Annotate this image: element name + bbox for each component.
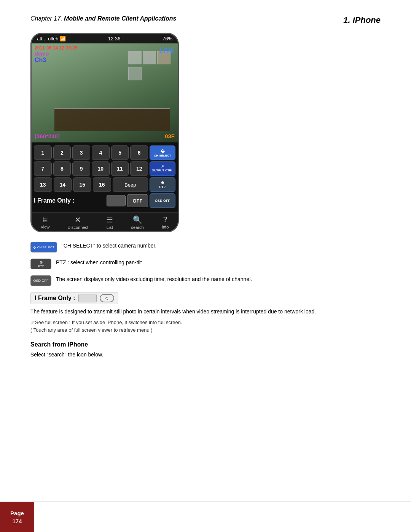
nav-disconnect-label: Disconnect [68, 225, 88, 230]
btn-1[interactable]: 1 [34, 145, 52, 160]
iframe-toggle-display [78, 294, 97, 302]
output-ctrl-icon: ↗ [161, 165, 164, 169]
btn-12[interactable]: 12 [130, 161, 148, 176]
nav-search[interactable]: 🔍 search [131, 215, 144, 230]
resolution-text: [360*240] [35, 133, 60, 139]
btn-9[interactable]: 9 [72, 161, 90, 176]
nav-list-label: List [107, 225, 113, 230]
btn-14[interactable]: 14 [54, 177, 72, 192]
iframe-label: I Frame Only : [34, 197, 105, 204]
status-left: att... olleh 📶 [37, 36, 66, 42]
ptz-description: PTZ : select when controlling pan-tilt [56, 259, 142, 267]
ch-select-btn[interactable]: ⬙ CH SELECT [150, 145, 175, 160]
ch-select-mini-label: CH SELECT [37, 246, 54, 249]
iframe-feature-section: I Frame Only : ○ The feature is designed… [30, 292, 381, 334]
btn-2[interactable]: 2 [53, 145, 71, 160]
search-section-text: Select "search" the icon below. [30, 350, 381, 359]
btn-3[interactable]: 3 [72, 145, 90, 160]
ptz-mini-btn: ⊕ PTZ [30, 259, 51, 269]
grid-row-3: 13 14 15 16 Beep ⊕ PTZ [34, 177, 175, 192]
frame-counter: 03F [165, 133, 175, 139]
output-ctrl-btn[interactable]: ↗ OUTPUT CTRL [150, 161, 175, 176]
shelf-item-4 [128, 67, 142, 80]
ptz-icon: ⊕ [161, 181, 164, 185]
btn-4[interactable]: 4 [92, 145, 110, 160]
ptz-label: PTZ [159, 185, 166, 189]
osd-off-btn[interactable]: OSD OFF [150, 193, 175, 208]
chapter-title-bold: Mobile and Remote Client Applications [64, 15, 176, 22]
desk-area [54, 108, 170, 131]
beep-btn[interactable]: Beep [113, 177, 148, 192]
osd-mini-btn: OSD OFF [30, 275, 51, 286]
nav-disconnect[interactable]: ✕ Disconnect [68, 215, 88, 230]
battery-text: 76% [162, 36, 172, 42]
nav-view[interactable]: 🖥 View [41, 215, 50, 230]
output-ctrl-label: OUTPUT CTRL [152, 169, 173, 173]
status-time: 12:36 [108, 36, 121, 42]
iphone-status-bar: att... olleh 📶 12:36 76% [32, 34, 178, 43]
list-icon: ☰ [106, 215, 113, 224]
ch-select-info-block: ⬙ CH SELECT "CH SELECT" to select camera… [30, 242, 381, 252]
nav-list[interactable]: ☰ List [106, 215, 113, 230]
ch-select-icon: ⬙ [161, 148, 165, 154]
camera-view: 2011-06-14 12:36:25 demo Ch3 LIVE [360*2… [32, 43, 178, 142]
ptz-btn[interactable]: ⊕ PTZ [150, 177, 175, 192]
osd-info-block: OSD OFF The screen displays only video e… [30, 275, 381, 286]
btn-7[interactable]: 7 [34, 161, 52, 176]
ch-select-label: CH SELECT [154, 154, 171, 158]
ptz-info-block: ⊕ PTZ PTZ : select when controlling pan-… [30, 259, 381, 269]
camera-demo: demo [35, 51, 78, 57]
btn-16[interactable]: 16 [93, 177, 111, 192]
btn-11[interactable]: 11 [111, 161, 129, 176]
wifi-icon: 📶 [60, 36, 66, 42]
nav-info[interactable]: ? Info [162, 215, 169, 230]
iphone-mockup: att... olleh 📶 12:36 76% [30, 33, 179, 232]
chapter-title: Chapter 17. Mobile and Remote Client App… [30, 15, 177, 22]
camera-datetime: 2011-06-14 12:36:25 [35, 45, 78, 51]
iframe-note1: ☞See full screen : If you set aside iPho… [30, 319, 381, 326]
shelf-area [128, 51, 174, 81]
ch-select-mini-btn: ⬙ CH SELECT [30, 242, 57, 252]
page-number-box: Page 174 [0, 502, 34, 532]
control-grid: 1 2 3 4 5 6 ⬙ CH SELECT 7 8 9 10 [32, 142, 178, 212]
osd-description: The screen displays only video excluding… [56, 275, 252, 283]
iphone-screen: 2011-06-14 12:36:25 demo Ch3 LIVE [360*2… [32, 43, 178, 231]
iframe-feature-box: I Frame Only : ○ [30, 292, 118, 304]
grid-row-2: 7 8 9 10 11 12 ↗ OUTPUT CTRL [34, 161, 175, 176]
disconnect-icon: ✕ [75, 215, 81, 224]
shelf-item-2 [143, 51, 156, 64]
off-toggle[interactable]: OFF [127, 194, 148, 207]
page-number: 174 [12, 517, 22, 525]
btn-8[interactable]: 8 [53, 161, 71, 176]
page-label: Page [10, 509, 24, 517]
iframe-feature-label: I Frame Only : [35, 295, 75, 302]
page-footer: Page 174 [0, 502, 411, 532]
btn-5[interactable]: 5 [111, 145, 129, 160]
bottom-nav: 🖥 View ✕ Disconnect ☰ List 🔍 search ? [32, 212, 178, 231]
nav-search-label: search [131, 225, 144, 230]
search-section-title: Search from iPhone [30, 341, 381, 348]
live-badge: LIVE [159, 46, 175, 54]
chapter-title-prefix: Chapter 17. [30, 15, 62, 22]
iframe-note2: ( Touch any area of full screen viewer t… [30, 326, 381, 334]
carrier-text: att... olleh [37, 36, 58, 42]
nav-info-label: Info [162, 225, 169, 229]
btn-6[interactable]: 6 [130, 145, 148, 160]
chapter-header: Chapter 17. Mobile and Remote Client App… [30, 15, 381, 25]
iframe-toggle-bg[interactable] [107, 195, 126, 206]
nav-view-label: View [41, 225, 50, 229]
ch-select-description: "CH SELECT" to select camera number. [62, 242, 157, 250]
iframe-row: I Frame Only : OFF OSD OFF [34, 193, 175, 208]
camera-channel: Ch3 [35, 57, 78, 64]
btn-13[interactable]: 13 [34, 177, 52, 192]
ch-select-mini-icon: ⬙ [33, 245, 36, 249]
camera-overlay: 2011-06-14 12:36:25 demo Ch3 [35, 45, 78, 64]
ptz-mini-label: PTZ [38, 265, 44, 268]
ptz-mini-icon: ⊕ [40, 260, 43, 264]
section-number: 1. iPhone [343, 15, 381, 25]
search-icon: 🔍 [133, 215, 142, 224]
btn-15[interactable]: 15 [73, 177, 91, 192]
grid-row-1: 1 2 3 4 5 6 ⬙ CH SELECT [34, 145, 175, 160]
iframe-feature-description: The feature is designed to transmit stil… [30, 307, 381, 316]
btn-10[interactable]: 10 [92, 161, 110, 176]
